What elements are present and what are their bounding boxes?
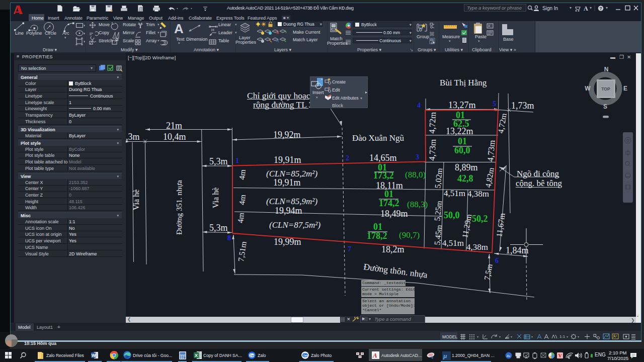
svg-text:X: X xyxy=(195,353,198,358)
svg-text:(CLN=85,9m²): (CLN=85,9m²) xyxy=(266,197,317,206)
svg-text:rộng đường TL 3: rộng đường TL 3 xyxy=(253,100,313,110)
svg-text:Ngõ đi công: Ngõ đi công xyxy=(517,169,559,178)
svg-text:cộng. bê tông: cộng. bê tông xyxy=(516,178,562,188)
svg-text:(CLN=85,2m²): (CLN=85,2m²) xyxy=(266,169,317,178)
svg-text:18,2m: 18,2m xyxy=(381,244,405,254)
svg-text:Insert: Insert xyxy=(312,90,324,95)
svg-text:6: 6 xyxy=(495,257,499,264)
svg-text:Via hè: Via hè xyxy=(132,190,140,210)
svg-text:Zlo: Zlo xyxy=(507,354,510,357)
svg-text:19,91m: 19,91m xyxy=(273,177,301,188)
svg-text:4m: 4m xyxy=(236,212,246,223)
svg-text:▾: ▾ xyxy=(499,335,501,338)
svg-text:▾: ▾ xyxy=(590,6,592,10)
svg-text:4,38m: 4,38m xyxy=(467,189,489,199)
svg-text:62.5: 62.5 xyxy=(453,119,469,129)
svg-text:19,91m: 19,91m xyxy=(274,155,301,165)
svg-text:Edit Attributes: Edit Attributes xyxy=(332,96,358,101)
svg-text:4,73m: 4,73m xyxy=(486,140,497,162)
svg-text:TOP: TOP xyxy=(601,86,610,92)
svg-text:(CLN=87,5m²): (CLN=87,5m²) xyxy=(269,220,320,230)
svg-text:01: 01 xyxy=(458,136,467,146)
svg-text:19,94m: 19,94m xyxy=(275,206,302,216)
svg-text:▾: ▾ xyxy=(477,335,478,338)
svg-text:7: 7 xyxy=(348,245,351,253)
svg-text:4,72m: 4,72m xyxy=(427,112,438,134)
svg-text:4,51m: 4,51m xyxy=(442,238,464,248)
svg-text:▾: ▾ xyxy=(606,6,608,10)
svg-text:4: 4 xyxy=(417,102,421,109)
svg-text:21m: 21m xyxy=(166,121,182,131)
svg-text:▸: ▸ xyxy=(365,90,367,95)
svg-text:178,2: 178,2 xyxy=(367,231,387,241)
svg-text:Create: Create xyxy=(332,79,346,84)
svg-text:,3m: ,3m xyxy=(126,132,140,142)
svg-text:10,4m: 10,4m xyxy=(163,132,186,142)
svg-text:W: W xyxy=(585,85,591,92)
svg-text:1,73m: 1,73m xyxy=(511,101,534,111)
svg-text:4,82m: 4,82m xyxy=(484,166,496,188)
svg-text:4,51m: 4,51m xyxy=(444,189,465,198)
svg-text:01: 01 xyxy=(384,189,393,199)
svg-text:4m: 4m xyxy=(237,194,247,205)
svg-text:7,5m: 7,5m xyxy=(482,263,494,281)
svg-text:8,89m: 8,89m xyxy=(455,162,478,172)
svg-text:Zalo: Zalo xyxy=(303,354,308,357)
svg-text:Đường thôn. nhựa: Đường thôn. nhựa xyxy=(363,261,428,280)
svg-text:Đường 351. nhựa: Đường 351. nhựa xyxy=(175,180,183,235)
svg-text:4m: 4m xyxy=(237,169,247,180)
svg-text:Sign In: Sign In xyxy=(542,6,558,11)
svg-text:01: 01 xyxy=(373,222,382,232)
svg-text:▾: ▾ xyxy=(578,335,579,338)
svg-text:S: S xyxy=(603,103,607,110)
svg-text:▾: ▾ xyxy=(360,96,362,101)
svg-text:42,8: 42,8 xyxy=(457,173,473,184)
svg-text:A: A xyxy=(584,5,588,12)
svg-text:1,84m: 1,84m xyxy=(506,245,529,255)
svg-text:▾: ▾ xyxy=(84,24,85,27)
svg-text:19,92m: 19,92m xyxy=(273,130,301,140)
svg-text:▾: ▾ xyxy=(511,335,512,338)
svg-text:W: W xyxy=(92,353,96,358)
svg-text:2: 2 xyxy=(346,154,349,162)
svg-text:(88,3): (88,3) xyxy=(407,200,428,209)
svg-text:V: V xyxy=(558,353,562,358)
svg-text:174,2: 174,2 xyxy=(379,198,399,208)
svg-text:▾: ▾ xyxy=(531,335,533,338)
svg-text:▾: ▾ xyxy=(316,96,318,99)
svg-text:(90,7): (90,7) xyxy=(399,230,420,240)
svg-text:▾: ▾ xyxy=(84,40,85,43)
svg-text:1: 1 xyxy=(235,157,239,164)
svg-text:5: 5 xyxy=(493,100,496,108)
svg-text:Block: Block xyxy=(332,103,344,108)
svg-text:3: 3 xyxy=(416,153,419,161)
svg-text:4,38m: 4,38m xyxy=(466,242,488,252)
svg-text:14,65m: 14,65m xyxy=(369,153,397,163)
svg-text:▾: ▾ xyxy=(567,335,568,338)
svg-text:18,49m: 18,49m xyxy=(380,209,408,219)
svg-text:?: ? xyxy=(599,6,602,11)
svg-text:E: E xyxy=(623,85,627,92)
svg-text:▾: ▾ xyxy=(570,6,572,10)
svg-text:Đào Xuân Ngũ: Đào Xuân Ngũ xyxy=(352,133,404,143)
svg-text:5,25m: 5,25m xyxy=(433,200,443,222)
svg-text:N: N xyxy=(604,66,609,73)
svg-text:▾: ▾ xyxy=(84,32,85,35)
svg-text:13,27m: 13,27m xyxy=(448,100,476,110)
svg-text:11,29m: 11,29m xyxy=(460,213,473,239)
svg-text:5,3m: 5,3m xyxy=(209,223,228,233)
svg-text:µ: µ xyxy=(443,352,447,359)
svg-text:50,2: 50,2 xyxy=(472,214,488,224)
svg-text:1:1: 1:1 xyxy=(559,334,566,339)
svg-text:Via hè: Via hè xyxy=(211,188,220,208)
svg-text:Zalo: Zalo xyxy=(250,354,255,357)
svg-text:Bùi Thị Hằng: Bùi Thị Hằng xyxy=(440,78,487,87)
svg-text:5,3m: 5,3m xyxy=(209,156,228,166)
svg-text:5,02m: 5,02m xyxy=(433,167,444,189)
svg-text:7,51m: 7,51m xyxy=(236,240,248,262)
svg-text:11,67m: 11,67m xyxy=(495,212,507,237)
svg-text:8: 8 xyxy=(227,234,231,242)
svg-text:50,0: 50,0 xyxy=(444,210,460,220)
svg-text:(88,0): (88,0) xyxy=(405,170,426,179)
svg-text:19,99m: 19,99m xyxy=(274,237,301,247)
